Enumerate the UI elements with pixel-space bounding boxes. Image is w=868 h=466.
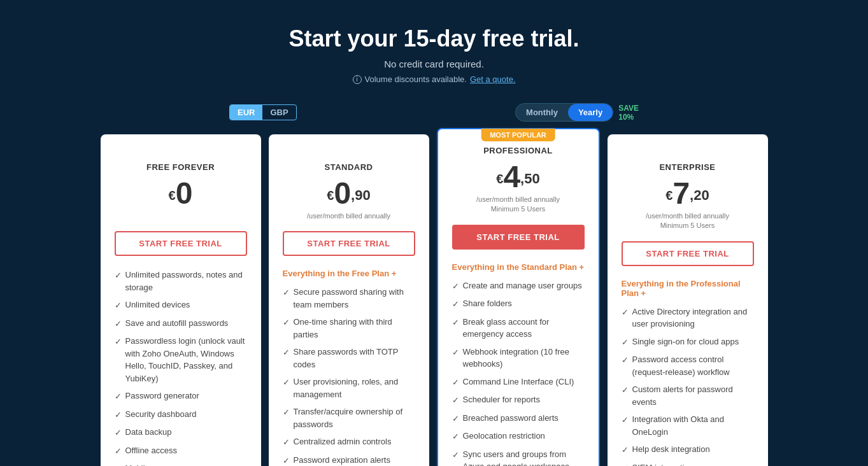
feature-item: ✓Transfer/acquire ownership of passwords bbox=[283, 406, 415, 430]
feature-list-professional: ✓Create and manage user groups ✓Share fo… bbox=[452, 279, 585, 466]
price-cents: ,20 bbox=[690, 187, 709, 203]
feature-item: ✓Security dashboard bbox=[115, 408, 247, 421]
plan-free: FREE FOREVER €0 START FREE TRIAL ✓Unlimi… bbox=[101, 134, 261, 466]
check-icon: ✓ bbox=[115, 299, 122, 312]
info-icon: i bbox=[353, 75, 362, 84]
check-icon: ✓ bbox=[452, 316, 459, 329]
plan-name-standard: STANDARD bbox=[283, 162, 415, 172]
check-icon: ✓ bbox=[115, 390, 122, 403]
check-icon: ✓ bbox=[452, 394, 459, 407]
feature-item: ✓Share passwords with TOTP codes bbox=[283, 346, 415, 371]
price-amount: 7 bbox=[672, 176, 690, 210]
check-icon: ✓ bbox=[452, 298, 459, 311]
feature-item: ✓Break glass account for emergency acces… bbox=[452, 316, 585, 341]
currency-eur-button[interactable]: EUR bbox=[230, 105, 262, 120]
plans-container: FREE FOREVER €0 START FREE TRIAL ✓Unlimi… bbox=[84, 134, 785, 466]
feature-item: ✓Geolocation restriction bbox=[452, 430, 585, 443]
cta-professional-button[interactable]: START FREE TRIAL bbox=[452, 225, 585, 250]
billing-monthly-button[interactable]: Monthly bbox=[516, 104, 568, 121]
check-icon: ✓ bbox=[622, 462, 629, 466]
check-icon: ✓ bbox=[622, 414, 629, 427]
check-icon: ✓ bbox=[283, 406, 290, 419]
check-icon: ✓ bbox=[115, 409, 122, 421]
feature-item: ✓Sync users and groups from Azure and go… bbox=[452, 448, 585, 466]
billing-yearly-button[interactable]: Yearly bbox=[568, 104, 613, 121]
plan-name-enterprise: ENTERPRISE bbox=[622, 162, 754, 172]
check-icon: ✓ bbox=[115, 335, 122, 348]
check-icon: ✓ bbox=[283, 376, 290, 389]
plan-enterprise: ENTERPRISE €7,20 /user/month billed annu… bbox=[608, 134, 768, 466]
price-currency: € bbox=[665, 188, 672, 202]
controls-row: EUR GBP Monthly Yearly SAVE10% bbox=[0, 103, 868, 122]
price-currency: € bbox=[327, 188, 334, 202]
plan-price-professional: €4,50 bbox=[452, 162, 585, 192]
plan-price-free: €0 bbox=[115, 178, 247, 209]
price-currency: € bbox=[496, 172, 503, 186]
check-icon: ✓ bbox=[283, 286, 290, 299]
cta-free-button[interactable]: START FREE TRIAL bbox=[115, 231, 247, 256]
get-quote-link[interactable]: Get a quote. bbox=[470, 74, 516, 84]
check-icon: ✓ bbox=[452, 413, 459, 425]
feature-item: ✓Unlimited devices bbox=[115, 299, 247, 312]
check-icon: ✓ bbox=[452, 280, 459, 293]
feature-item: ✓Webhook integration (10 free webhooks) bbox=[452, 346, 585, 371]
volume-discounts: i Volume discounts available. Get a quot… bbox=[13, 74, 855, 84]
feature-item: ✓Data backup bbox=[115, 426, 247, 439]
feature-item: ✓Share folders bbox=[452, 297, 585, 311]
feature-list-enterprise: ✓Active Directory integration and user p… bbox=[622, 306, 754, 466]
feature-item: ✓Unlimited passwords, notes and storage bbox=[115, 269, 247, 293]
price-amount: 4 bbox=[503, 160, 520, 194]
feature-list-free: ✓Unlimited passwords, notes and storage … bbox=[115, 269, 247, 466]
billing-buttons: Monthly Yearly bbox=[515, 103, 613, 122]
feature-item: ✓Save and autofill passwords bbox=[115, 317, 247, 330]
billing-toggle: Monthly Yearly SAVE10% bbox=[515, 103, 639, 122]
plan-name-free: FREE FOREVER bbox=[115, 162, 247, 172]
feature-item: ✓Password generator bbox=[115, 390, 247, 403]
plan-price-enterprise: €7,20 bbox=[622, 178, 754, 209]
check-icon: ✓ bbox=[115, 269, 122, 282]
feature-item: ✓Password access control (request-releas… bbox=[622, 353, 754, 378]
check-icon: ✓ bbox=[283, 436, 290, 449]
price-amount: 0 bbox=[334, 176, 351, 210]
subtitle: No credit card required. bbox=[13, 59, 855, 69]
check-icon: ✓ bbox=[115, 427, 122, 439]
currency-gbp-button[interactable]: GBP bbox=[262, 105, 295, 120]
feature-item: ✓Command Line Interface (CLI) bbox=[452, 376, 585, 389]
price-amount: 0 bbox=[176, 176, 193, 210]
feature-item: ✓Secure password sharing with team membe… bbox=[283, 286, 415, 311]
feature-list-standard: ✓Secure password sharing with team membe… bbox=[283, 286, 415, 466]
feature-item: ✓SIEM integration bbox=[622, 462, 754, 466]
feature-item: ✓Offline access bbox=[115, 444, 247, 458]
price-cents: ,90 bbox=[351, 187, 371, 203]
check-icon: ✓ bbox=[115, 445, 122, 458]
billing-info-professional: /user/month billed annuallyMinimum 5 Use… bbox=[452, 195, 585, 215]
page-title: Start your 15-day free trial. bbox=[13, 25, 855, 52]
most-popular-badge: MOST POPULAR bbox=[481, 129, 555, 141]
feature-item: ✓Passwordless login (unlock vault with Z… bbox=[115, 335, 247, 385]
feature-item: ✓One-time sharing with third parties bbox=[283, 316, 415, 341]
check-icon: ✓ bbox=[283, 346, 290, 359]
feature-item: ✓Breached password alerts bbox=[452, 412, 585, 425]
price-cents: ,50 bbox=[520, 171, 540, 187]
check-icon: ✓ bbox=[622, 384, 629, 397]
price-currency: € bbox=[169, 188, 176, 202]
plan-name-professional: PROFESSIONAL bbox=[452, 146, 585, 155]
feature-item: ✓Custom alerts for password events bbox=[622, 383, 754, 408]
check-icon: ✓ bbox=[452, 430, 459, 443]
currency-toggle: EUR GBP bbox=[229, 104, 297, 120]
feature-item: ✓Password expiration alerts bbox=[283, 454, 415, 466]
feature-item: ✓Active Directory integration and user p… bbox=[622, 306, 754, 330]
feature-item: ✓Single sign-on for cloud apps bbox=[622, 335, 754, 349]
cta-standard-button[interactable]: START FREE TRIAL bbox=[283, 231, 415, 256]
header-section: Start your 15-day free trial. No credit … bbox=[0, 0, 868, 103]
check-icon: ✓ bbox=[283, 455, 290, 466]
check-icon: ✓ bbox=[283, 316, 290, 329]
check-icon: ✓ bbox=[622, 354, 629, 367]
volume-text: Volume discounts available. bbox=[365, 74, 467, 84]
plan-standard: STANDARD €0,90 /user/month billed annual… bbox=[269, 134, 429, 466]
cta-enterprise-button[interactable]: START FREE TRIAL bbox=[622, 241, 754, 266]
check-icon: ✓ bbox=[452, 346, 459, 359]
check-icon: ✓ bbox=[622, 444, 629, 456]
feature-item: ✓Integration with Okta and OneLogin bbox=[622, 413, 754, 438]
plan-price-standard: €0,90 bbox=[283, 178, 415, 209]
